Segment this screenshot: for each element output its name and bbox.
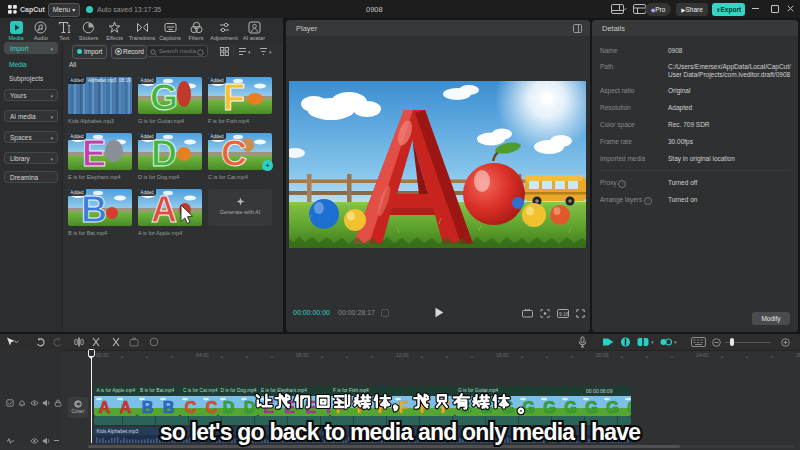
- svg-text:F: F: [223, 77, 245, 114]
- svg-text:F: F: [420, 399, 430, 416]
- svg-text:F: F: [357, 399, 367, 416]
- svg-text:A: A: [119, 399, 131, 416]
- svg-text:F: F: [378, 399, 388, 416]
- svg-text:D: D: [222, 399, 234, 416]
- svg-text:B: B: [163, 399, 175, 416]
- svg-text:F: F: [399, 399, 409, 416]
- svg-text:9:16: 9:16: [559, 311, 569, 317]
- svg-text:E: E: [305, 399, 316, 416]
- svg-text:D: D: [243, 399, 255, 416]
- svg-text:E: E: [82, 133, 106, 170]
- svg-text:G: G: [627, 399, 631, 416]
- svg-text:G: G: [459, 399, 471, 416]
- svg-text:G: G: [543, 399, 555, 416]
- svg-text:B: B: [142, 399, 154, 416]
- svg-text:G: G: [606, 399, 618, 416]
- svg-text:E: E: [263, 399, 274, 416]
- svg-text:G: G: [585, 399, 597, 416]
- svg-text:F: F: [441, 399, 451, 416]
- svg-text:C: C: [185, 399, 197, 416]
- svg-text:E: E: [284, 399, 295, 416]
- svg-text:F: F: [336, 399, 346, 416]
- svg-text:A: A: [98, 399, 110, 416]
- svg-text:G: G: [480, 399, 492, 416]
- svg-text:G: G: [522, 399, 534, 416]
- svg-text:G: G: [564, 399, 576, 416]
- svg-text:C: C: [206, 399, 218, 416]
- svg-text:G: G: [501, 399, 513, 416]
